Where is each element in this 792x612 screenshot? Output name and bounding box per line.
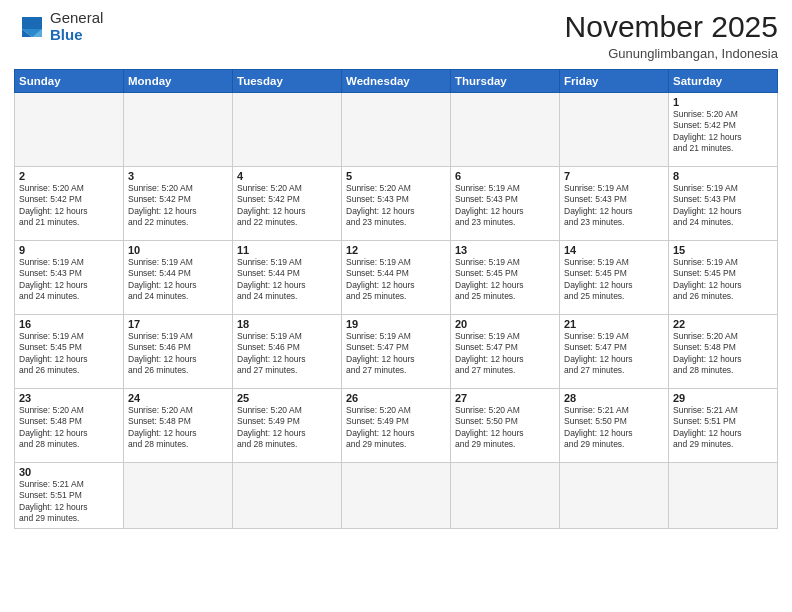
day-number: 7	[564, 170, 664, 182]
day-number: 27	[455, 392, 555, 404]
day-number: 19	[346, 318, 446, 330]
calendar-day-cell: 13Sunrise: 5:19 AM Sunset: 5:45 PM Dayli…	[451, 241, 560, 315]
calendar-day-cell: 16Sunrise: 5:19 AM Sunset: 5:45 PM Dayli…	[15, 315, 124, 389]
day-number: 16	[19, 318, 119, 330]
day-number: 17	[128, 318, 228, 330]
calendar-day-cell: 4Sunrise: 5:20 AM Sunset: 5:42 PM Daylig…	[233, 167, 342, 241]
day-info: Sunrise: 5:19 AM Sunset: 5:45 PM Dayligh…	[19, 331, 119, 377]
calendar-day-cell	[342, 463, 451, 529]
day-info: Sunrise: 5:19 AM Sunset: 5:43 PM Dayligh…	[19, 257, 119, 303]
logo-general: General	[50, 9, 103, 26]
day-info: Sunrise: 5:19 AM Sunset: 5:45 PM Dayligh…	[455, 257, 555, 303]
logo-icon	[14, 13, 46, 41]
calendar-day-cell: 20Sunrise: 5:19 AM Sunset: 5:47 PM Dayli…	[451, 315, 560, 389]
day-number: 28	[564, 392, 664, 404]
day-info: Sunrise: 5:20 AM Sunset: 5:42 PM Dayligh…	[19, 183, 119, 229]
day-number: 12	[346, 244, 446, 256]
day-number: 20	[455, 318, 555, 330]
day-info: Sunrise: 5:19 AM Sunset: 5:43 PM Dayligh…	[455, 183, 555, 229]
calendar-day-cell: 18Sunrise: 5:19 AM Sunset: 5:46 PM Dayli…	[233, 315, 342, 389]
day-info: Sunrise: 5:19 AM Sunset: 5:44 PM Dayligh…	[237, 257, 337, 303]
calendar-page: General Blue November 2025 Gununglimbang…	[0, 0, 792, 612]
day-info: Sunrise: 5:20 AM Sunset: 5:42 PM Dayligh…	[673, 109, 773, 155]
day-header-tuesday: Tuesday	[233, 70, 342, 93]
calendar-day-cell	[342, 93, 451, 167]
calendar-day-cell: 14Sunrise: 5:19 AM Sunset: 5:45 PM Dayli…	[560, 241, 669, 315]
calendar-day-cell: 21Sunrise: 5:19 AM Sunset: 5:47 PM Dayli…	[560, 315, 669, 389]
day-number: 29	[673, 392, 773, 404]
calendar-day-cell: 17Sunrise: 5:19 AM Sunset: 5:46 PM Dayli…	[124, 315, 233, 389]
calendar-table: SundayMondayTuesdayWednesdayThursdayFrid…	[14, 69, 778, 529]
calendar-day-cell	[451, 463, 560, 529]
calendar-day-cell	[233, 463, 342, 529]
day-info: Sunrise: 5:20 AM Sunset: 5:49 PM Dayligh…	[346, 405, 446, 451]
day-info: Sunrise: 5:19 AM Sunset: 5:46 PM Dayligh…	[128, 331, 228, 377]
day-number: 13	[455, 244, 555, 256]
day-header-wednesday: Wednesday	[342, 70, 451, 93]
calendar-day-cell: 10Sunrise: 5:19 AM Sunset: 5:44 PM Dayli…	[124, 241, 233, 315]
day-number: 4	[237, 170, 337, 182]
calendar-day-cell: 5Sunrise: 5:20 AM Sunset: 5:43 PM Daylig…	[342, 167, 451, 241]
logo-text: General Blue	[50, 10, 103, 43]
day-number: 3	[128, 170, 228, 182]
calendar-day-cell: 27Sunrise: 5:20 AM Sunset: 5:50 PM Dayli…	[451, 389, 560, 463]
day-info: Sunrise: 5:19 AM Sunset: 5:43 PM Dayligh…	[564, 183, 664, 229]
calendar-day-cell	[669, 463, 778, 529]
calendar-day-cell: 28Sunrise: 5:21 AM Sunset: 5:50 PM Dayli…	[560, 389, 669, 463]
day-number: 15	[673, 244, 773, 256]
day-info: Sunrise: 5:20 AM Sunset: 5:43 PM Dayligh…	[346, 183, 446, 229]
day-number: 8	[673, 170, 773, 182]
calendar-day-cell: 7Sunrise: 5:19 AM Sunset: 5:43 PM Daylig…	[560, 167, 669, 241]
day-info: Sunrise: 5:19 AM Sunset: 5:45 PM Dayligh…	[673, 257, 773, 303]
calendar-day-cell: 6Sunrise: 5:19 AM Sunset: 5:43 PM Daylig…	[451, 167, 560, 241]
calendar-day-cell: 19Sunrise: 5:19 AM Sunset: 5:47 PM Dayli…	[342, 315, 451, 389]
day-info: Sunrise: 5:19 AM Sunset: 5:44 PM Dayligh…	[128, 257, 228, 303]
calendar-day-cell	[560, 93, 669, 167]
calendar-day-cell: 24Sunrise: 5:20 AM Sunset: 5:48 PM Dayli…	[124, 389, 233, 463]
day-number: 9	[19, 244, 119, 256]
day-info: Sunrise: 5:19 AM Sunset: 5:43 PM Dayligh…	[673, 183, 773, 229]
day-number: 30	[19, 466, 119, 478]
logo: General Blue	[14, 10, 103, 43]
day-info: Sunrise: 5:20 AM Sunset: 5:42 PM Dayligh…	[237, 183, 337, 229]
day-number: 11	[237, 244, 337, 256]
calendar-day-cell	[233, 93, 342, 167]
day-number: 10	[128, 244, 228, 256]
calendar-day-cell: 8Sunrise: 5:19 AM Sunset: 5:43 PM Daylig…	[669, 167, 778, 241]
calendar-header-row: SundayMondayTuesdayWednesdayThursdayFrid…	[15, 70, 778, 93]
day-header-sunday: Sunday	[15, 70, 124, 93]
day-number: 5	[346, 170, 446, 182]
title-area: November 2025 Gununglimbangan, Indonesia	[565, 10, 778, 61]
calendar-week-row: 2Sunrise: 5:20 AM Sunset: 5:42 PM Daylig…	[15, 167, 778, 241]
day-number: 23	[19, 392, 119, 404]
day-info: Sunrise: 5:19 AM Sunset: 5:45 PM Dayligh…	[564, 257, 664, 303]
header: General Blue November 2025 Gununglimbang…	[14, 10, 778, 61]
day-header-saturday: Saturday	[669, 70, 778, 93]
day-info: Sunrise: 5:19 AM Sunset: 5:44 PM Dayligh…	[346, 257, 446, 303]
calendar-week-row: 23Sunrise: 5:20 AM Sunset: 5:48 PM Dayli…	[15, 389, 778, 463]
day-info: Sunrise: 5:20 AM Sunset: 5:42 PM Dayligh…	[128, 183, 228, 229]
calendar-day-cell	[124, 93, 233, 167]
day-number: 2	[19, 170, 119, 182]
day-number: 18	[237, 318, 337, 330]
day-info: Sunrise: 5:21 AM Sunset: 5:51 PM Dayligh…	[19, 479, 119, 525]
day-info: Sunrise: 5:20 AM Sunset: 5:48 PM Dayligh…	[673, 331, 773, 377]
day-number: 22	[673, 318, 773, 330]
calendar-day-cell: 25Sunrise: 5:20 AM Sunset: 5:49 PM Dayli…	[233, 389, 342, 463]
subtitle: Gununglimbangan, Indonesia	[565, 46, 778, 61]
calendar-day-cell: 11Sunrise: 5:19 AM Sunset: 5:44 PM Dayli…	[233, 241, 342, 315]
day-number: 25	[237, 392, 337, 404]
day-info: Sunrise: 5:20 AM Sunset: 5:49 PM Dayligh…	[237, 405, 337, 451]
day-info: Sunrise: 5:20 AM Sunset: 5:48 PM Dayligh…	[19, 405, 119, 451]
day-info: Sunrise: 5:19 AM Sunset: 5:47 PM Dayligh…	[455, 331, 555, 377]
day-number: 26	[346, 392, 446, 404]
day-number: 21	[564, 318, 664, 330]
calendar-week-row: 16Sunrise: 5:19 AM Sunset: 5:45 PM Dayli…	[15, 315, 778, 389]
day-number: 24	[128, 392, 228, 404]
calendar-day-cell	[124, 463, 233, 529]
calendar-week-row: 9Sunrise: 5:19 AM Sunset: 5:43 PM Daylig…	[15, 241, 778, 315]
calendar-day-cell: 30Sunrise: 5:21 AM Sunset: 5:51 PM Dayli…	[15, 463, 124, 529]
day-info: Sunrise: 5:20 AM Sunset: 5:48 PM Dayligh…	[128, 405, 228, 451]
day-header-friday: Friday	[560, 70, 669, 93]
day-header-thursday: Thursday	[451, 70, 560, 93]
